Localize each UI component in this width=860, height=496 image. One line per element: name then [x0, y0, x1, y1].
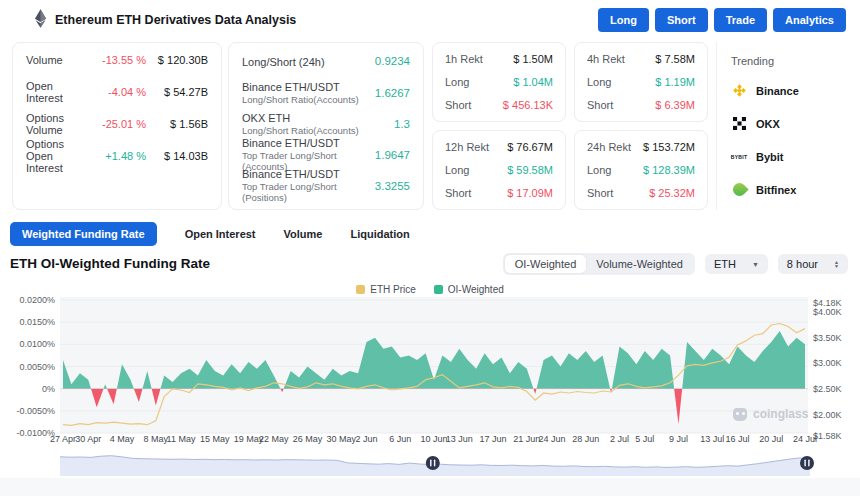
x-axis-label: 24 Jul — [793, 434, 817, 444]
ratio-title: Binance ETH/USDT — [242, 81, 375, 93]
trending-item-bybit[interactable]: BYBIT Bybit — [731, 140, 848, 173]
navigator-handle-left[interactable] — [426, 456, 440, 470]
x-axis-label: 21 Jun — [513, 434, 540, 444]
x-axis-label: 10 Jun — [420, 434, 447, 444]
x-axis-label: 16 Jul — [725, 434, 749, 444]
segment-oi-weighted[interactable]: OI-Weighted — [505, 255, 587, 273]
pair-select[interactable]: ETH ▼ — [705, 254, 768, 274]
y-axis-label-left: 0.0100% — [19, 339, 55, 349]
bitfinex-icon — [731, 182, 747, 198]
ratio-value: 3.3255 — [375, 180, 410, 192]
ratio-title: Long/Short (24h) — [242, 56, 325, 68]
long-button[interactable]: Long — [598, 8, 649, 32]
ratio-row: Binance ETH/USDT Top Trader Long/Short (… — [229, 139, 423, 170]
x-axis-label: 15 May — [200, 434, 230, 444]
stat-change: +1.48 % — [90, 150, 146, 162]
short-button[interactable]: Short — [655, 8, 708, 32]
segment-volume-weighted[interactable]: Volume-Weighted — [586, 255, 693, 273]
rekt-short-value: $ 17.09M — [507, 187, 553, 199]
footer-strip — [0, 478, 860, 496]
rekt-short-label: Short — [445, 187, 507, 199]
coinglass-logo-icon — [733, 408, 747, 421]
binance-icon — [731, 83, 747, 99]
market-stats-card: Volume -13.55 % $ 120.30B Open Interest … — [12, 42, 222, 210]
tab-open-interest[interactable]: Open Interest — [185, 228, 256, 240]
legend-swatch-oi-weighted — [434, 285, 443, 294]
header-buttons: Long Short Trade Analytics — [598, 8, 846, 32]
tab-volume[interactable]: Volume — [284, 228, 323, 240]
chart-controls: OI-Weighted Volume-Weighted ETH ▼ 8 hour… — [503, 252, 848, 276]
chart-canvas[interactable]: 0.0200%0.0150%0.0100%0.0050%0%-0.0050%-0… — [0, 296, 860, 448]
x-axis-label: 5 Jul — [635, 434, 654, 444]
legend-oi-weighted[interactable]: OI-Weighted — [434, 284, 504, 295]
ratio-title: Binance ETH/USDT — [242, 137, 375, 149]
updown-arrows-icon: ▲▼ — [834, 260, 839, 268]
page-title: Ethereum ETH Derivatives Data Analysis — [55, 13, 296, 27]
funding-rate-chart[interactable]: 0.0200%0.0150%0.0100%0.0050%0%-0.0050%-0… — [0, 296, 860, 452]
ratio-subtitle: Long/Short Ratio(Accounts) — [242, 94, 375, 105]
rekt-long-label: Long — [587, 164, 643, 176]
stat-label: Open Interest — [26, 80, 90, 104]
ratio-row: Long/Short (24h) 0.9234 — [229, 45, 423, 77]
trending-item-okx[interactable]: OKX — [731, 107, 848, 140]
chevron-down-icon: ▼ — [752, 261, 759, 268]
analytics-button[interactable]: Analytics — [773, 8, 846, 32]
legend-eth-price[interactable]: ETH Price — [356, 284, 416, 295]
navigator-handle-right[interactable] — [800, 456, 814, 470]
rekt-short-label: Short — [445, 99, 503, 111]
x-axis-label: 28 Jun — [572, 434, 599, 444]
rekt-long-value: $ 59.58M — [507, 164, 553, 176]
rekt-total: $ 76.67M — [507, 141, 553, 153]
x-axis-label: 30 May — [327, 434, 357, 444]
ratio-value: 0.9234 — [375, 55, 410, 67]
x-axis-label: 26 May — [293, 434, 323, 444]
stat-value: $ 54.27B — [146, 86, 208, 98]
trending-panel: Trending Binance — [716, 42, 848, 210]
rekt-long-label: Long — [587, 76, 655, 88]
y-axis-label-left: 0.0200% — [19, 296, 55, 305]
ethereum-icon — [34, 8, 47, 33]
trade-button[interactable]: Trade — [714, 8, 767, 32]
trending-item-label: Bitfinex — [756, 184, 796, 196]
rekt-short-value: $ 25.32M — [649, 187, 695, 199]
x-axis-label: 24 Jun — [538, 434, 565, 444]
rekt-title: 1h Rekt — [445, 53, 513, 65]
tab-liquidation[interactable]: Liquidation — [350, 228, 409, 240]
x-axis-label: 9 Jul — [669, 434, 688, 444]
y-axis-label-left: 0.0050% — [19, 362, 55, 372]
rekt-card-4h: 4h Rekt$ 7.58M Long$ 1.19M Short$ 6.39M — [574, 42, 708, 122]
x-axis-label: 4 May — [110, 434, 135, 444]
trending-item-bitfinex[interactable]: Bitfinex — [731, 173, 848, 206]
x-axis-label: 17 Jun — [479, 434, 506, 444]
y-axis-label-right: $3.50K — [813, 333, 842, 343]
y-axis-label-right: $3.00K — [813, 358, 842, 368]
chart-legend: ETH Price OI-Weighted — [0, 284, 860, 295]
ratio-value: 1.6267 — [375, 87, 410, 99]
legend-swatch-eth-price — [356, 285, 365, 294]
interval-select[interactable]: 8 hour ▲▼ — [778, 254, 848, 274]
y-axis-label-left: -0.0050% — [16, 406, 55, 416]
trending-item-binance[interactable]: Binance — [731, 74, 848, 107]
rekt-short-label: Short — [587, 99, 655, 111]
y-axis-label-right: $2.00K — [813, 410, 842, 420]
tab-weighted-funding-rate[interactable]: Weighted Funding Rate — [10, 222, 157, 246]
navigator-canvas[interactable] — [0, 449, 860, 481]
trending-item-label: Bybit — [756, 151, 784, 163]
x-axis-label: 2 Jul — [610, 434, 629, 444]
stat-label: Volume — [26, 54, 90, 66]
x-axis-label: 8 May — [144, 434, 169, 444]
stat-value: $ 1.56B — [146, 118, 208, 130]
x-axis-label: 20 Jul — [759, 434, 783, 444]
ratio-value: 1.3 — [394, 118, 410, 130]
watermark-text: coinglass — [753, 407, 808, 421]
ratio-subtitle: Top Trader Long/Short (Positions) — [242, 181, 375, 203]
stat-row-options-open-interest: Options Open Interest +1.48 % $ 14.03B — [13, 140, 221, 172]
x-axis-label: 13 Jun — [446, 434, 473, 444]
weighting-segmented-control: OI-Weighted Volume-Weighted — [503, 253, 695, 275]
derivatives-dashboard: Ethereum ETH Derivatives Data Analysis L… — [0, 0, 860, 496]
y-axis-label-right: $2.50K — [813, 384, 842, 394]
stat-label: Options Open Interest — [26, 138, 90, 174]
rekt-card-1h: 1h Rekt$ 1.50M Long$ 1.04M Short$ 456.13… — [432, 42, 566, 122]
rekt-short-value: $ 456.13K — [503, 99, 553, 111]
trending-title: Trending — [731, 48, 848, 74]
